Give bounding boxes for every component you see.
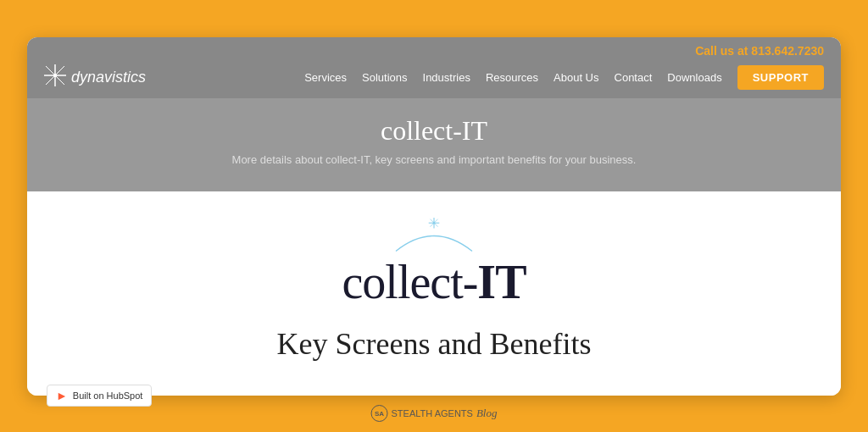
hubspot-label: Built on HubSpot: [73, 390, 143, 401]
hero-section: collect-IT More details about collect-IT…: [27, 98, 841, 191]
hero-title: collect-IT: [44, 115, 824, 147]
collect-it-brand: collect-IT: [342, 255, 526, 309]
nav-contact[interactable]: Contact: [615, 71, 653, 84]
browser-window: Call us at 813.642.7230 dynavistics Serv…: [27, 37, 841, 396]
site-header: Call us at 813.642.7230 dynavistics Serv…: [27, 37, 841, 191]
nav-row: dynavistics Services Solutions Industrie…: [27, 58, 841, 98]
support-button[interactable]: SUPPORT: [737, 65, 824, 90]
nav-about-us[interactable]: About Us: [554, 71, 598, 84]
logo-area: dynavistics: [44, 64, 146, 91]
svg-point-9: [433, 221, 436, 224]
watermark: SA STEALTH AGENTS Blog: [371, 405, 498, 422]
nav-links: Services Solutions Industries Resources …: [304, 65, 824, 90]
brand-suffix: IT: [477, 256, 526, 308]
stealth-agents-icon: SA: [371, 405, 388, 422]
brand-prefix: collect-: [342, 256, 477, 308]
stealth-agents-label: STEALTH AGENTS: [392, 408, 473, 418]
collect-it-logo-area: collect-IT: [61, 217, 807, 309]
key-screens-heading: Key Screens and Benefits: [61, 326, 807, 362]
nav-solutions[interactable]: Solutions: [362, 71, 407, 84]
watermark-blog: Blog: [476, 407, 498, 420]
hubspot-icon: ►: [56, 389, 68, 402]
nav-downloads[interactable]: Downloads: [667, 71, 721, 84]
nav-resources[interactable]: Resources: [486, 71, 538, 84]
main-content: collect-IT Key Screens and Benefits: [27, 191, 841, 396]
nav-services[interactable]: Services: [304, 71, 347, 84]
hubspot-badge: ► Built on HubSpot: [47, 385, 152, 407]
phone-number: Call us at 813.642.7230: [695, 44, 824, 58]
svg-point-4: [53, 74, 57, 77]
top-bar: Call us at 813.642.7230: [27, 37, 841, 58]
hero-subtitle: More details about collect-IT, key scree…: [44, 153, 824, 166]
brand-name: dynavistics: [71, 69, 146, 86]
nav-industries[interactable]: Industries: [423, 71, 470, 84]
logo-star-icon: [44, 64, 66, 91]
arc-star-graphic: [383, 217, 485, 255]
